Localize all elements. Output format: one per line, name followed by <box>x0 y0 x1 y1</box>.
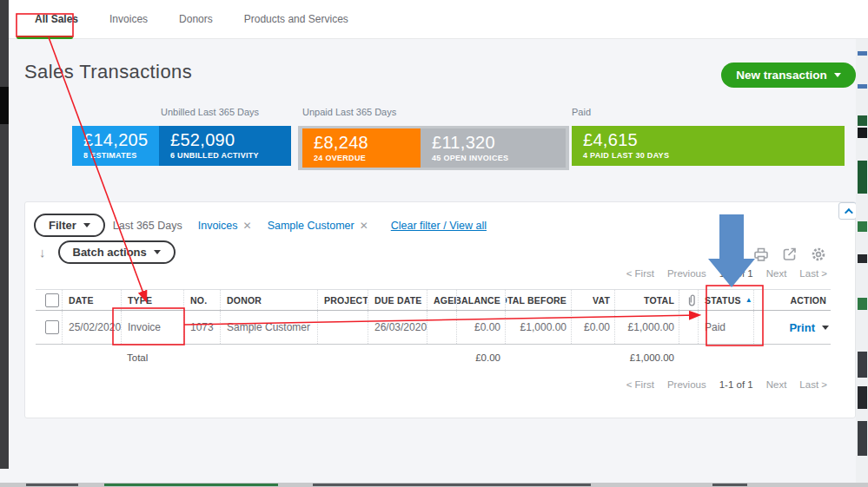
header-total[interactable]: TOTAL <box>614 290 679 310</box>
filter-chip-invoices[interactable]: Invoices ✕ <box>198 220 252 232</box>
edge-fragment <box>858 128 867 138</box>
cell-ageing <box>427 311 456 344</box>
cell-no: 1073 <box>183 311 220 344</box>
left-edge-strip <box>0 0 9 469</box>
new-transaction-button[interactable]: New transaction <box>721 63 856 88</box>
chip-label: Sample Customer <box>268 220 354 232</box>
total-balance: £0.00 <box>456 345 505 371</box>
chip-label: Invoices <box>198 220 238 232</box>
pagination-last[interactable]: Last > <box>799 268 827 279</box>
money-bar-label-unpaid: Unpaid Last 365 Days <box>302 107 396 117</box>
cell-action: Print <box>753 311 831 344</box>
print-icon[interactable] <box>752 246 770 263</box>
filter-button-label: Filter <box>49 219 76 232</box>
gear-icon[interactable] <box>810 246 827 263</box>
tab-all-sales[interactable]: All Sales <box>35 13 78 25</box>
total-label: Total <box>121 345 183 371</box>
edge-fragment <box>858 115 867 126</box>
edge-fragment <box>858 421 867 456</box>
print-action-link[interactable]: Print <box>789 321 815 334</box>
table-tool-icons <box>752 246 827 263</box>
pagination-top: < First Previous 1-1 of 1 Next Last > <box>626 268 827 279</box>
total-spacer <box>317 345 368 371</box>
left-edge-black-block <box>0 87 9 124</box>
tile-amount: £4,615 <box>583 130 845 150</box>
total-spacer <box>679 345 698 371</box>
money-tile-open-invoices[interactable]: £11,320 45 OPEN INVOICES <box>421 128 566 168</box>
money-tile-estimates[interactable]: £14,205 8 ESTIMATES <box>72 126 159 166</box>
header-donor[interactable]: DONOR <box>220 290 317 310</box>
tab-products-and-services[interactable]: Products and Services <box>244 13 348 25</box>
header-status[interactable]: STATUS ▲ <box>698 290 753 310</box>
table-row: 25/02/2020 Invoice 1073 Sample Customer … <box>36 311 831 345</box>
batch-actions-button[interactable]: Batch actions <box>58 240 176 264</box>
sales-transactions-page: All Sales Invoices Donors Products and S… <box>0 0 868 487</box>
close-icon[interactable]: ✕ <box>243 220 252 232</box>
table-total-row: Total £0.00 £1,000.00 <box>36 345 831 371</box>
header-project[interactable]: PROJECT <box>317 290 368 310</box>
select-all-checkbox[interactable] <box>45 293 59 307</box>
page-title: Sales Transactions <box>24 61 192 83</box>
edge-fragment <box>858 352 867 378</box>
tile-amount: £14,205 <box>83 130 159 150</box>
total-spacer <box>62 345 121 371</box>
total-spacer <box>220 345 317 371</box>
batch-actions-row: ↓ Batch actions <box>39 240 176 264</box>
header-due-date[interactable]: DUE DATE <box>368 290 427 310</box>
clear-filter-link[interactable]: Clear filter / View all <box>391 220 487 232</box>
caret-down-icon <box>834 73 841 77</box>
cell-donor: Sample Customer <box>220 311 317 344</box>
pagination-first[interactable]: < First <box>626 379 654 390</box>
header-balance[interactable]: BALANCE <box>456 290 505 310</box>
download-icon[interactable]: ↓ <box>39 245 46 260</box>
select-all-cell <box>36 290 62 310</box>
money-tile-paid[interactable]: £4,615 4 PAID LAST 30 DAYS <box>572 126 845 166</box>
header-type[interactable]: TYPE <box>121 290 183 310</box>
cell-status: Paid <box>698 311 753 344</box>
money-bar-label-unbilled: Unbilled Last 365 Days <box>161 107 259 117</box>
total-amount: £1,000.00 <box>614 345 679 371</box>
tab-donors[interactable]: Donors <box>179 13 213 25</box>
new-transaction-label: New transaction <box>736 69 826 82</box>
export-icon[interactable] <box>781 246 798 263</box>
pagination-next[interactable]: Next <box>766 268 787 279</box>
money-tile-unbilled-activity[interactable]: £52,090 6 UNBILLED ACTIVITY <box>159 126 291 166</box>
tile-caption: 4 PAID LAST 30 DAYS <box>583 151 845 160</box>
header-date[interactable]: DATE <box>62 290 121 310</box>
cell-attachment <box>679 311 698 344</box>
money-tile-overdue[interactable]: £8,248 24 OVERDUE <box>302 128 421 168</box>
tab-invoices[interactable]: Invoices <box>109 13 148 25</box>
header-vat[interactable]: VAT <box>571 290 614 310</box>
taskbar-fragment <box>104 484 278 486</box>
caret-down-icon[interactable] <box>822 326 829 330</box>
collapse-panel-button[interactable] <box>838 202 857 220</box>
pagination-first[interactable]: < First <box>626 268 654 279</box>
cell-due-date: 26/03/2020 <box>368 311 427 344</box>
filter-button[interactable]: Filter <box>34 214 105 237</box>
total-spacer <box>36 345 62 371</box>
total-spacer <box>427 345 456 371</box>
cell-total-before: £1,000.00 <box>505 311 571 344</box>
pagination-previous[interactable]: Previous <box>667 379 706 390</box>
filter-row: Filter Last 365 Days Invoices ✕ Sample C… <box>34 214 487 237</box>
paperclip-icon <box>686 293 698 307</box>
header-attachment[interactable] <box>679 290 698 310</box>
pagination-previous[interactable]: Previous <box>667 268 706 279</box>
cell-type: Invoice <box>121 311 183 344</box>
row-checkbox[interactable] <box>45 320 59 334</box>
header-ageing[interactable]: AGEING <box>427 290 456 310</box>
filter-chip-sample-customer[interactable]: Sample Customer ✕ <box>268 220 368 232</box>
header-no[interactable]: NO. <box>183 290 220 310</box>
table-header-row: DATE TYPE NO. DONOR PROJECT DUE DATE AGE… <box>36 289 831 311</box>
close-icon[interactable]: ✕ <box>360 220 368 232</box>
taskbar-fragment <box>26 484 78 486</box>
caret-down-icon <box>83 223 90 227</box>
tile-amount: £52,090 <box>170 130 291 150</box>
pagination-next[interactable]: Next <box>766 379 787 390</box>
header-total-before[interactable]: TOTAL BEFORE <box>505 290 571 310</box>
pagination-last[interactable]: Last > <box>799 379 827 390</box>
transactions-card: Filter Last 365 Days Invoices ✕ Sample C… <box>24 201 856 418</box>
money-bar-label-paid: Paid <box>572 107 591 117</box>
tile-caption: 8 ESTIMATES <box>83 151 159 160</box>
edge-fragment <box>858 84 867 89</box>
